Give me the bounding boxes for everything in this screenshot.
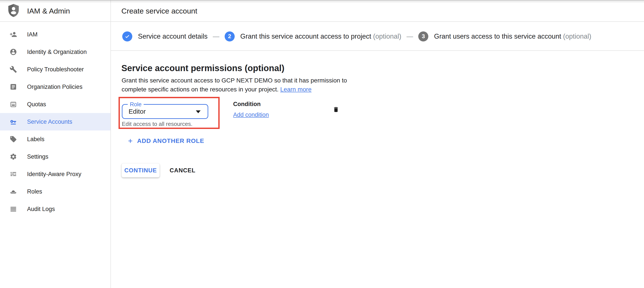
stepper: Service account details — 2 Grant this s… xyxy=(111,22,644,51)
section-description: Grant this service account access to GCP… xyxy=(122,76,347,94)
sidebar-item-label: Settings xyxy=(27,153,48,160)
step-grant-users-access[interactable]: 3 Grant users access to this service acc… xyxy=(418,31,591,41)
step-number-badge: 2 xyxy=(225,31,235,41)
step-number-badge: 3 xyxy=(418,31,428,41)
app-header: IAM & Admin Create service account xyxy=(0,0,644,22)
sidebar-item-iam[interactable]: IAM xyxy=(0,26,110,43)
learn-more-link[interactable]: Learn more xyxy=(280,86,312,93)
sidebar-item-roles[interactable]: Roles xyxy=(0,183,110,200)
sidebar-item-audit-logs[interactable]: Audit Logs xyxy=(0,200,110,218)
product-brand: IAM & Admin xyxy=(7,0,70,22)
identity-person-icon xyxy=(10,48,17,56)
check-icon xyxy=(122,31,132,41)
cancel-button[interactable]: CANCEL xyxy=(170,167,196,174)
top-edge-line xyxy=(0,0,644,0)
section-heading: Service account permissions (optional) xyxy=(122,63,284,73)
gear-icon xyxy=(10,153,17,160)
step-label: Grant users access to this service accou… xyxy=(434,32,561,40)
sidebar-item-label: Identity & Organization xyxy=(27,49,87,55)
hat-icon xyxy=(10,188,17,195)
step-label: Grant this service account access to pro… xyxy=(240,32,371,40)
sidebar-item-label: Organization Policies xyxy=(27,84,82,90)
sidebar-item-identity-aware-proxy[interactable]: Identity-Aware Proxy xyxy=(0,165,110,183)
add-another-role-button[interactable]: ADD ANOTHER ROLE xyxy=(127,136,204,146)
step-optional-tag: (optional) xyxy=(563,32,591,40)
description-line2: complete specific actions on the resourc… xyxy=(122,85,347,94)
sidebar-item-label: Audit Logs xyxy=(27,206,55,213)
key-icon xyxy=(10,118,17,125)
sidebar-divider xyxy=(110,0,111,288)
description-line1: Grant this service account access to GCP… xyxy=(122,76,347,85)
condition-label: Condition xyxy=(233,101,261,108)
sidebar-item-settings[interactable]: Settings xyxy=(0,148,110,165)
form-actions: CONTINUE CANCEL xyxy=(122,163,196,177)
sidebar-item-labels[interactable]: Labels xyxy=(0,130,110,148)
sidebar-item-label: IAM xyxy=(27,31,38,38)
page-title: Create service account xyxy=(122,0,197,22)
sidebar-item-label: Policy Troubleshooter xyxy=(27,66,84,73)
sidebar-item-label: Roles xyxy=(27,188,42,195)
add-another-role-label: ADD ANOTHER ROLE xyxy=(137,137,204,144)
step-optional-tag: (optional) xyxy=(373,32,401,40)
sidebar-item-service-accounts[interactable]: Service Accounts xyxy=(0,113,110,130)
list-lines-icon xyxy=(10,205,17,213)
step-service-account-details[interactable]: Service account details xyxy=(122,31,208,41)
person-add-icon xyxy=(10,31,17,38)
add-condition-link[interactable]: Add condition xyxy=(233,111,269,118)
sidebar-item-identity-organization[interactable]: Identity & Organization xyxy=(0,43,110,61)
sidebar-item-label: Service Accounts xyxy=(27,118,72,125)
product-title: IAM & Admin xyxy=(27,7,70,15)
plus-icon xyxy=(127,138,134,144)
sidebar-item-label: Quotas xyxy=(27,101,46,108)
step-label: Service account details xyxy=(138,32,208,40)
step-grant-access-to-project[interactable]: 2 Grant this service account access to p… xyxy=(225,31,401,41)
trash-icon xyxy=(333,106,339,113)
sidebar-item-organization-policies[interactable]: Organization Policies xyxy=(0,78,110,96)
shield-person-icon xyxy=(7,4,20,18)
sidebar: IAM Identity & Organization Policy Troub… xyxy=(0,22,110,288)
document-icon xyxy=(10,83,17,90)
delete-role-button[interactable] xyxy=(332,106,340,114)
sidebar-item-label: Labels xyxy=(27,136,44,143)
sidebar-item-label: Identity-Aware Proxy xyxy=(27,171,82,178)
sidebar-item-quotas[interactable]: Quotas xyxy=(0,96,110,113)
wrench-icon xyxy=(10,66,17,73)
continue-button[interactable]: CONTINUE xyxy=(122,163,160,177)
step-separator: — xyxy=(406,33,413,40)
iap-stripes-icon xyxy=(10,170,17,178)
quotas-icon xyxy=(10,101,17,108)
tag-icon xyxy=(10,135,17,143)
annotation-highlight-box xyxy=(118,97,220,129)
sidebar-item-policy-troubleshooter[interactable]: Policy Troubleshooter xyxy=(0,61,110,78)
step-separator: — xyxy=(213,33,220,40)
